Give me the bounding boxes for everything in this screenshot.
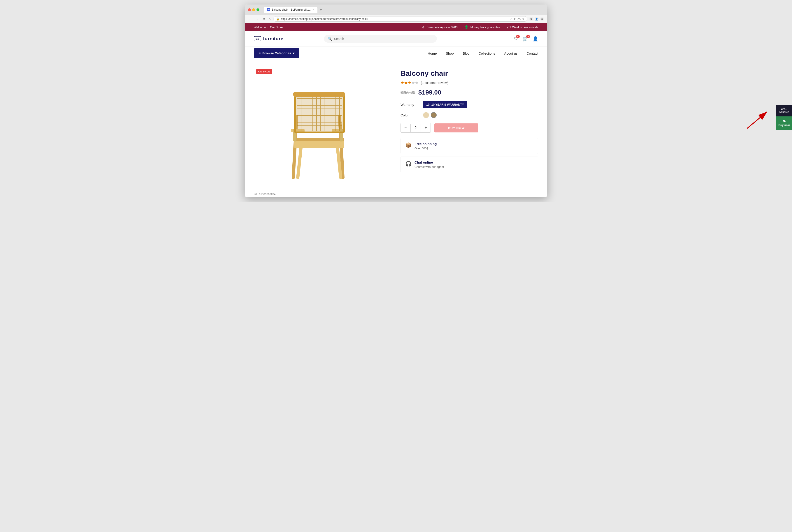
bookmark-icon[interactable]: ☆ [522, 17, 524, 21]
toolbar-icons: ⚙ 👤 ≡ [529, 17, 544, 21]
forward-button[interactable]: → [255, 17, 260, 21]
svg-rect-5 [294, 138, 344, 141]
qty-buy-row: − 2 + BUY NOW [401, 123, 538, 133]
bag-icon: 🛍 [783, 119, 786, 123]
warranty-selected-button[interactable]: 10 10 YEAR'S WARRANTY [423, 101, 467, 108]
welcome-text: Welcome to Our Store! [254, 25, 283, 29]
address-bar[interactable]: 🔒 https://themes.muffingroup.com/be/furn… [273, 16, 528, 22]
new-tab-button[interactable]: + [318, 7, 324, 12]
nav-shop[interactable]: Shop [446, 48, 454, 59]
free-shipping-title: Free shipping [415, 142, 437, 146]
side-badge-buy[interactable]: 🛍 Buy now [776, 116, 792, 130]
home-button[interactable]: ⌂ [268, 17, 271, 21]
site-wrapper: Welcome to Our Store! ✈ Free delivery ov… [245, 23, 547, 197]
delivery-text: Free delivery over $200 [427, 25, 458, 29]
search-icon: 🔍 [328, 37, 332, 41]
rating-row: ★★★★★ (1 customer review) [401, 80, 538, 85]
search-bar[interactable]: 🔍 [324, 35, 437, 43]
website-count: 650+ [778, 108, 790, 111]
close-window-button[interactable] [248, 8, 251, 11]
on-sale-badge: ON SALE [256, 69, 272, 74]
tab-close-button[interactable]: × [313, 8, 314, 11]
browser-toolbar: ← → ↻ ⌂ 🔒 https://themes.muffingroup.com… [245, 15, 547, 23]
url-display: https://themes.muffingroup.com/be/furnit… [281, 17, 509, 21]
chat-icon: 🎧 [405, 161, 411, 167]
nav-collections[interactable]: Collections [479, 48, 495, 59]
site-nav: ≡ Browse Categories ▾ Home Shop Blog Col… [245, 46, 547, 60]
tel-number[interactable]: tel:+61383766284 [254, 193, 275, 196]
chat-box: 🎧 Chat online Contact with our agent [401, 156, 538, 172]
warranty-label: Warranty [401, 103, 419, 107]
zoom-level: 110% [514, 17, 521, 21]
chevron-down-icon: ▾ [293, 52, 294, 55]
chair-illustration [279, 72, 364, 180]
logo-text: furniture [263, 36, 283, 42]
traffic-lights [248, 8, 259, 11]
shipping-icon: 📦 [405, 142, 411, 148]
price-new: $199.00 [418, 89, 441, 96]
site-header: Be furniture 🔍 ♡ 0 🛒 0 👤 [245, 31, 547, 46]
header-icons: ♡ 0 🛒 0 👤 [514, 36, 538, 41]
active-tab[interactable]: Be Balcony chair – BeFurnitureSto... × [264, 7, 317, 13]
delivery-icon: ✈ [422, 25, 425, 29]
banner-item-moneyback: 💲 Money back guarantee [464, 25, 500, 29]
warranty-text: 10 YEAR'S WARRANTY [431, 103, 464, 106]
nav-home[interactable]: Home [428, 48, 437, 59]
product-image-col: ON SALE [254, 67, 389, 184]
logo-link[interactable]: Be furniture [254, 36, 283, 42]
maximize-window-button[interactable] [256, 8, 259, 11]
color-label: Color [401, 113, 419, 117]
chat-title: Chat online [415, 160, 444, 164]
svg-rect-10 [295, 94, 344, 132]
warranty-row: Warranty 10 10 YEAR'S WARRANTY [401, 101, 538, 108]
price-row: $250.00 $199.00 [401, 89, 538, 96]
color-swatch-brown[interactable] [431, 112, 437, 118]
minimize-window-button[interactable] [252, 8, 255, 11]
warranty-years: 10 [426, 103, 429, 106]
tel-footer: tel:+61383766284 [245, 191, 547, 197]
moneyback-text: Money back guarantee [470, 25, 500, 29]
product-details-col: Balcony chair ★★★★★ (1 customer review) … [401, 67, 538, 184]
chat-sub: Contact with our agent [415, 165, 444, 169]
side-badge-count[interactable]: 650+ websites [776, 105, 792, 116]
price-old: $250.00 [401, 90, 415, 95]
account-button[interactable]: 👤 [533, 36, 538, 41]
svg-line-35 [747, 112, 767, 129]
buy-now-button[interactable]: BUY NOW [435, 124, 478, 132]
nav-blog[interactable]: Blog [463, 48, 469, 59]
review-count: (1 customer review) [421, 81, 448, 84]
main-content: ON SALE [245, 60, 547, 191]
free-shipping-box: 📦 Free shipping Over 500$ [401, 138, 538, 154]
arrivals-text: Weekly new arrivals [512, 25, 538, 29]
browser-titlebar: Be Balcony chair – BeFurnitureSto... × + [245, 4, 547, 15]
arrivals-icon: 🏷 [507, 25, 511, 29]
color-swatch-light[interactable] [423, 112, 429, 118]
browse-categories-button[interactable]: ≡ Browse Categories ▾ [254, 48, 299, 58]
security-icon: 🔒 [276, 17, 279, 21]
product-title: Balcony chair [401, 69, 538, 78]
menu-icon[interactable]: ≡ [540, 17, 544, 21]
tab-favicon: Be [267, 8, 270, 11]
extensions-icon[interactable]: ⚙ [529, 17, 533, 21]
profile-icon[interactable]: 👤 [535, 17, 539, 21]
quantity-increase-button[interactable]: + [421, 123, 430, 132]
cart-button[interactable]: 🛒 0 [522, 36, 528, 41]
nav-about[interactable]: About us [504, 48, 517, 59]
nav-links: Home Shop Blog Collections About us Cont… [428, 48, 538, 59]
quantity-control: − 2 + [401, 123, 431, 133]
red-arrow [742, 108, 774, 131]
reload-button[interactable]: ↻ [261, 17, 266, 21]
free-shipping-sub: Over 500$ [415, 147, 437, 150]
color-row: Color [401, 112, 538, 118]
moneyback-icon: 💲 [464, 25, 469, 29]
product-image [254, 67, 389, 184]
translate-icon: A [511, 17, 512, 21]
wishlist-button[interactable]: ♡ 0 [514, 36, 518, 41]
top-banner: Welcome to Our Store! ✈ Free delivery ov… [245, 23, 547, 31]
svg-line-2 [298, 146, 301, 177]
quantity-decrease-button[interactable]: − [401, 123, 410, 132]
back-button[interactable]: ← [248, 17, 253, 21]
nav-contact[interactable]: Contact [527, 48, 538, 59]
quantity-value: 2 [410, 124, 421, 132]
search-input[interactable] [334, 37, 433, 41]
